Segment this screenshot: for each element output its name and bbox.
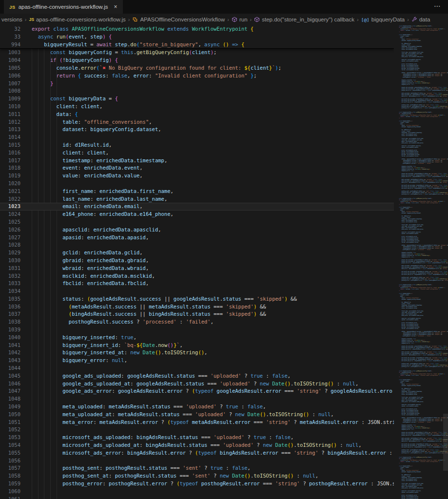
code-line[interactable]: 1044 [0, 365, 394, 372]
code-line[interactable]: 1004 if (!bigqueryConfig) { [0, 57, 394, 64]
line-number[interactable]: 1048 [0, 395, 20, 403]
breadcrumb-item[interactable]: [@]bigqueryData [361, 17, 405, 22]
line-number[interactable]: 1023 [0, 203, 20, 211]
line-number[interactable]: 32 [0, 25, 20, 33]
line-number[interactable]: 1013 [0, 126, 20, 134]
tab-apas-offline-conversions-workflow[interactable]: JS apas-offline-conversions-workflow.js … [4, 0, 123, 14]
line-number[interactable]: 1007 [0, 80, 20, 88]
line-number[interactable]: 1033 [0, 280, 20, 288]
code-line[interactable]: 994 bigqueryResult = await step.do("stor… [0, 41, 394, 49]
line-number[interactable]: 1039 [0, 326, 20, 334]
breadcrumb-item[interactable]: data [411, 17, 430, 22]
line-number[interactable]: 1021 [0, 188, 20, 195]
line-number[interactable]: 1043 [0, 357, 20, 365]
line-number[interactable]: 994 [0, 41, 20, 49]
code-line[interactable]: 1041 bigquery_insert_id: `bq-${Date.now(… [0, 342, 394, 349]
line-number[interactable]: 1047 [0, 387, 20, 395]
line-number[interactable]: 1017 [0, 157, 20, 165]
code-line[interactable]: 1011 data: { [0, 111, 394, 118]
line-number[interactable]: 1025 [0, 218, 20, 226]
code-line[interactable]: 1034 [0, 288, 394, 295]
line-number[interactable]: 1051 [0, 419, 20, 426]
line-number[interactable]: 1028 [0, 241, 20, 249]
line-number[interactable]: 1050 [0, 411, 20, 419]
breadcrumb-item[interactable]: JSapas-offline-conversions-workflow.js [29, 17, 126, 22]
line-number[interactable]: 1038 [0, 318, 20, 326]
line-number[interactable]: 1006 [0, 72, 20, 80]
line-number[interactable]: 1052 [0, 426, 20, 434]
line-number[interactable]: 1056 [0, 457, 20, 465]
code-line[interactable]: 32export class APASOfflineConversionsWor… [0, 25, 394, 33]
line-number[interactable]: 1005 [0, 64, 20, 72]
line-number[interactable]: 1040 [0, 334, 20, 342]
line-number[interactable]: 1024 [0, 211, 20, 218]
line-number[interactable]: 1012 [0, 118, 20, 126]
line-number[interactable]: 1009 [0, 95, 20, 103]
code-line[interactable]: 1016 client: client, [0, 149, 394, 157]
line-number[interactable]: 1003 [0, 49, 20, 57]
breadcrumb-item[interactable]: run [232, 17, 248, 22]
line-number[interactable]: 1015 [0, 141, 20, 149]
code-line[interactable]: 1025 [0, 218, 394, 226]
line-number[interactable]: 1054 [0, 441, 20, 449]
code-line[interactable]: 1032 msclkid: enrichedData.msclkid, [0, 272, 394, 280]
code-line[interactable]: 1038 posthogResult.success ? 'processed'… [0, 318, 394, 326]
line-number[interactable]: 1019 [0, 172, 20, 180]
breadcrumb-item[interactable]: versions [1, 17, 22, 22]
line-number[interactable]: 1061 [0, 496, 20, 499]
line-number[interactable]: 1042 [0, 349, 20, 357]
line-number[interactable]: 1018 [0, 164, 20, 172]
code-line[interactable]: 1008 [0, 87, 394, 95]
line-number[interactable]: 1060 [0, 488, 20, 496]
line-number[interactable]: 1008 [0, 87, 20, 95]
code-line[interactable]: 1006 return { success: false, error: "In… [0, 72, 394, 80]
code-line[interactable]: 1061 [0, 496, 394, 499]
code-line[interactable]: 1056 [0, 457, 394, 465]
code-line[interactable]: 1050 meta_uploaded_at: metaAdsResult.sta… [0, 411, 394, 419]
code-line[interactable]: 1042 bigquery_inserted_at: new Date().to… [0, 349, 394, 357]
code-line[interactable]: 1021 first_name: enrichedData.first_name… [0, 188, 394, 195]
line-number[interactable]: 1022 [0, 195, 20, 203]
line-number[interactable]: 1055 [0, 449, 20, 457]
code-line[interactable]: 1009 const bigqueryData = { [0, 95, 394, 103]
line-number[interactable]: 1041 [0, 342, 20, 349]
code-line[interactable]: 1036 (metaAdsResult.success || metaAdsRe… [0, 303, 394, 311]
line-number[interactable]: 1058 [0, 472, 20, 480]
code-line[interactable]: 1005 console.error(`✖ No BigQuery config… [0, 64, 394, 72]
code-line[interactable]: 1037 (bingAdsResult.success || bingAdsRe… [0, 310, 394, 318]
code-line[interactable]: 1012 table: "offline_conversions", [0, 118, 394, 126]
code-line[interactable]: 1059 posthog_error: posthogResult.error … [0, 480, 394, 488]
line-number[interactable]: 1016 [0, 149, 20, 157]
code-area[interactable]: 32export class APASOfflineConversionsWor… [0, 25, 394, 499]
code-line[interactable]: 1022 last_name: enrichedData.last_name, [0, 195, 394, 203]
code-line[interactable]: 1039 [0, 326, 394, 334]
code-line[interactable]: 1058 posthog_sent_at: posthogResult.stat… [0, 472, 394, 480]
code-line[interactable]: 1026 apasclid: enrichedData.apasclid, [0, 226, 394, 234]
code-editor[interactable]: 32export class APASOfflineConversionsWor… [0, 25, 448, 499]
line-number[interactable]: 1029 [0, 249, 20, 257]
code-line[interactable]: 1033 fbclid: enrichedData.fbclid, [0, 280, 394, 288]
line-number[interactable]: 1010 [0, 103, 20, 111]
line-number[interactable]: 1057 [0, 464, 20, 472]
code-line[interactable]: 1055 microsoft_ads_error: bingAdsResult.… [0, 449, 394, 457]
line-number[interactable]: 1037 [0, 310, 20, 318]
line-number[interactable]: 1035 [0, 295, 20, 303]
code-line[interactable]: 1028 [0, 241, 394, 249]
breadcrumb-item[interactable]: step.do("store_in_bigquery") callback [254, 17, 354, 22]
line-number[interactable]: 1032 [0, 272, 20, 280]
code-line[interactable]: 1013 dataset: bigqueryConfig.dataset, [0, 126, 394, 134]
line-number[interactable]: 1044 [0, 365, 20, 372]
scrollbar-slider[interactable] [443, 414, 448, 471]
code-line[interactable]: 1029 gclid: enrichedData.gclid, [0, 249, 394, 257]
line-number[interactable]: 1031 [0, 265, 20, 272]
line-number[interactable]: 1020 [0, 180, 20, 188]
line-number[interactable]: 1004 [0, 57, 20, 64]
line-number[interactable]: 1030 [0, 257, 20, 265]
code-line[interactable]: 1045 google_ads_uploaded: googleAdsResul… [0, 372, 394, 380]
line-number[interactable]: 33 [0, 33, 20, 41]
code-line[interactable]: 1020 [0, 180, 394, 188]
code-line[interactable]: 1057 posthog_sent: posthogResult.status … [0, 464, 394, 472]
code-line[interactable]: 1018 event: enrichedData.event, [0, 164, 394, 172]
minimap[interactable]: const bigqueryConfig = this.getBigQueryC… [394, 25, 448, 499]
close-icon[interactable]: × [114, 3, 117, 10]
